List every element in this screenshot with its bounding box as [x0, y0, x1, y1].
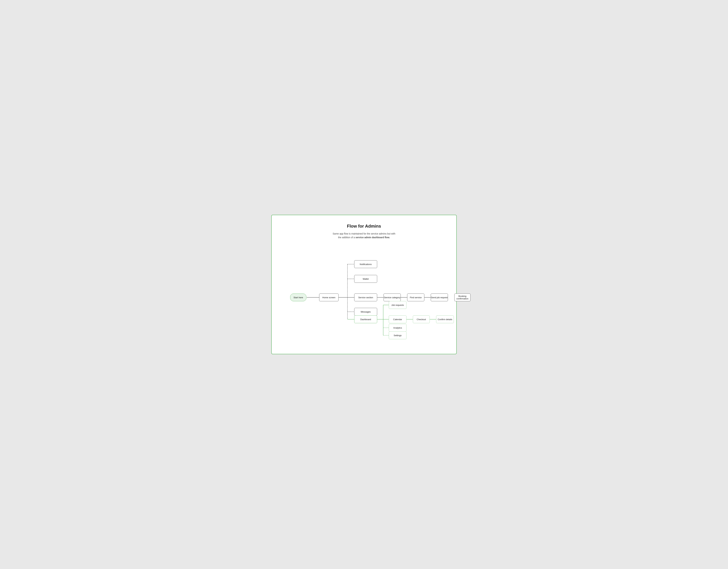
- start-here-node: Start here: [290, 294, 306, 301]
- booking-confirmation-node: Booking confirmation: [454, 294, 471, 301]
- subtitle: Same app flow is maintained for the serv…: [282, 232, 446, 239]
- main-card: Flow for Admins Same app flow is maintai…: [271, 215, 457, 355]
- service-section-node: Service section: [354, 294, 377, 301]
- wallet-node: Wallet: [354, 275, 377, 283]
- flow-diagram: Start here Home screen Notifications Wal…: [282, 249, 446, 344]
- dashboard-node: Dashboard: [354, 316, 377, 323]
- job-requests-node: Job requests: [389, 301, 406, 309]
- notifications-node: Notifications: [354, 260, 377, 268]
- find-service-node: Find service: [407, 294, 424, 301]
- service-category-node: Service category: [384, 294, 401, 301]
- send-job-request-node: Send job request: [431, 294, 448, 301]
- page-title: Flow for Admins: [282, 223, 446, 229]
- calendar-node: Calendar: [389, 316, 406, 323]
- messages-node: Messages: [354, 308, 377, 316]
- analytics-node: Analytics: [389, 324, 406, 332]
- checkout-node: Checkout: [413, 316, 430, 323]
- home-screen-node: Home screen: [319, 294, 339, 301]
- confirm-details-node: Confirm details: [436, 316, 454, 323]
- settings-node: Settings: [389, 332, 406, 339]
